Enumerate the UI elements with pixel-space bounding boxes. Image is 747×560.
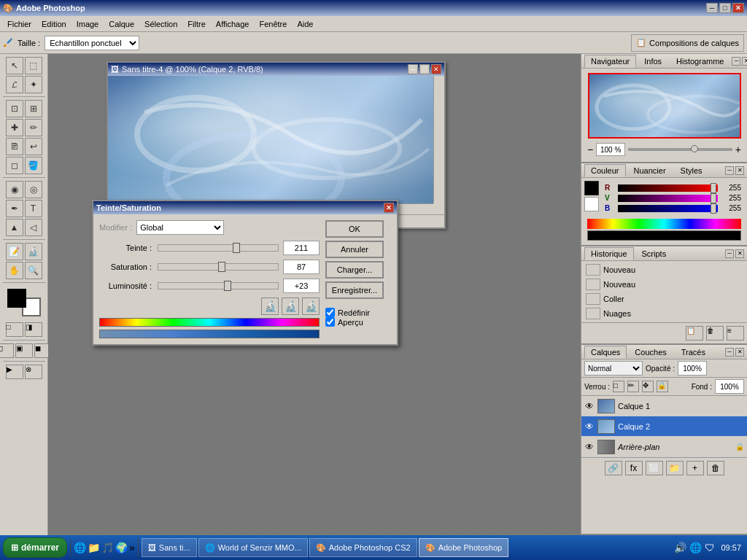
- select-path[interactable]: ◁: [25, 219, 42, 236]
- menu-aide[interactable]: Aide: [293, 18, 317, 30]
- saturation-input[interactable]: [283, 260, 320, 274]
- foreground-color-swatch[interactable]: [7, 289, 26, 308]
- blend-mode-select[interactable]: Normal: [584, 361, 643, 376]
- hist-delete-btn[interactable]: 🗑: [706, 326, 724, 341]
- lock-transparent-btn[interactable]: □: [613, 381, 624, 392]
- maximize-button[interactable]: □: [719, 3, 731, 13]
- tab-navigateur[interactable]: Navigateur: [584, 55, 636, 68]
- color-spectrum[interactable]: [587, 219, 741, 229]
- lock-all-btn[interactable]: 🔒: [657, 381, 668, 392]
- hist-menu-btn[interactable]: ≡: [727, 326, 744, 341]
- doc-scrollbar-vertical[interactable]: [433, 76, 444, 203]
- brush-tool[interactable]: ✏: [25, 119, 42, 136]
- lasso-tool[interactable]: 𝓛: [6, 76, 23, 93]
- screen-btn-2[interactable]: ▣: [15, 343, 33, 358]
- doc-close-btn[interactable]: ✕: [431, 64, 441, 74]
- tab-historique[interactable]: Historique: [584, 247, 634, 260]
- eraser-tool[interactable]: ◻: [6, 157, 23, 174]
- eyedropper-tool[interactable]: 🔬: [25, 243, 42, 260]
- media-icon[interactable]: 🎵: [101, 542, 114, 553]
- menu-fenetre[interactable]: Fenêtre: [255, 18, 291, 30]
- hist-new-btn[interactable]: 📋: [686, 326, 703, 341]
- quick-mask-btn[interactable]: ◨: [25, 322, 42, 337]
- saturation-thumb[interactable]: [218, 262, 225, 272]
- taskbar-item-2[interactable]: 🎨 Adobe Photoshop CS2: [309, 538, 417, 557]
- eyedropper-btn-1[interactable]: 🔬: [261, 298, 279, 315]
- luminosite-thumb[interactable]: [224, 281, 231, 291]
- tab-calques[interactable]: Calques: [584, 346, 627, 359]
- opacity-input[interactable]: [678, 361, 707, 376]
- layer-arriere-plan[interactable]: 👁 Arrière-plan 🔒: [581, 437, 747, 457]
- red-slider[interactable]: [618, 184, 718, 192]
- nav-zoom-plus[interactable]: +: [735, 144, 741, 155]
- luminosite-slider[interactable]: [158, 282, 279, 289]
- menu-calque[interactable]: Calque: [104, 18, 139, 30]
- menu-image[interactable]: Image: [72, 18, 104, 30]
- layer-vis-calque2[interactable]: 👁: [584, 421, 595, 432]
- pen-tool[interactable]: ✒: [6, 200, 23, 217]
- sample-dropdown[interactable]: Echantillon ponctuel: [44, 36, 139, 50]
- heal-tool[interactable]: ✚: [6, 119, 23, 136]
- taskbar-item-0[interactable]: 🖼 Sans ti...: [142, 538, 197, 557]
- calques-link-btn[interactable]: 🔗: [605, 461, 622, 475]
- historique-panel-close[interactable]: ✕: [735, 249, 744, 258]
- start-button[interactable]: ⊞ démarrer: [3, 537, 67, 558]
- tab-infos[interactable]: Infos: [638, 55, 668, 68]
- couleur-bg-swatch[interactable]: [584, 197, 599, 211]
- menu-fichier[interactable]: Fichier: [3, 18, 36, 30]
- cs2-btn[interactable]: ⊗: [25, 365, 42, 379]
- nav-zoom-minus[interactable]: −: [587, 144, 593, 155]
- modifier-select[interactable]: Global: [136, 220, 224, 235]
- couleur-fg-swatch[interactable]: [584, 181, 599, 195]
- historique-panel-minimize[interactable]: ─: [725, 249, 734, 258]
- hist-item-3[interactable]: Nuages: [583, 306, 746, 321]
- doc-maximize-btn[interactable]: □: [419, 64, 430, 74]
- menu-edition[interactable]: Edition: [37, 18, 71, 30]
- hue-sat-close-btn[interactable]: ✕: [384, 203, 394, 213]
- enregistrer-button[interactable]: Enregistrer...: [325, 281, 384, 299]
- zoom-tool[interactable]: 🔍: [25, 262, 42, 279]
- layer-calque1[interactable]: 👁 Calque 1: [581, 396, 747, 416]
- eyedropper-btn-3[interactable]: 🔬: [302, 298, 320, 315]
- crop-tool[interactable]: ⊡: [6, 100, 23, 117]
- teinte-input[interactable]: [283, 241, 320, 255]
- hist-item-2[interactable]: Coller: [583, 292, 746, 306]
- text-tool[interactable]: T: [25, 200, 42, 217]
- compositions-panel-btn[interactable]: 📋 Compositions de calques: [631, 34, 744, 52]
- apercu-checkbox[interactable]: [325, 317, 335, 327]
- menu-filtre[interactable]: Filtre: [183, 18, 209, 30]
- color-ramp[interactable]: [587, 230, 741, 241]
- folder-icon[interactable]: 📁: [88, 542, 100, 553]
- calques-delete-btn[interactable]: 🗑: [707, 461, 724, 475]
- tab-styles[interactable]: Styles: [674, 164, 709, 177]
- calques-mask-btn[interactable]: ⬜: [646, 461, 663, 475]
- standard-mode-btn[interactable]: □: [6, 322, 23, 337]
- lock-move-btn[interactable]: ✥: [642, 381, 654, 392]
- notes-tool[interactable]: 📝: [6, 243, 23, 260]
- menu-selection[interactable]: Sélection: [140, 18, 182, 30]
- arrow-icon[interactable]: »: [129, 542, 135, 553]
- calques-panel-minimize[interactable]: ─: [725, 348, 734, 357]
- teinte-thumb[interactable]: [233, 243, 240, 253]
- tray-icon-1[interactable]: 🔊: [674, 542, 686, 553]
- tray-icon-3[interactable]: 🛡: [705, 542, 715, 553]
- shape-tool[interactable]: ▲: [6, 219, 23, 236]
- calques-new-btn[interactable]: +: [686, 461, 704, 475]
- nav-zoom-input[interactable]: [596, 143, 625, 156]
- hist-item-0[interactable]: Nouveau: [583, 262, 746, 277]
- blur-tool[interactable]: ◉: [6, 181, 23, 198]
- taskbar-item-3[interactable]: 🎨 Adobe Photoshop: [419, 538, 508, 557]
- green-slider[interactable]: [618, 195, 718, 202]
- hist-item-1[interactable]: Nouveau: [583, 277, 746, 292]
- close-button[interactable]: ✕: [732, 3, 744, 13]
- layer-vis-calque1[interactable]: 👁: [584, 401, 595, 411]
- jump-to-btn[interactable]: ▶: [6, 365, 23, 379]
- hand-tool[interactable]: ✋: [6, 262, 23, 279]
- ie-icon[interactable]: 🌐: [74, 542, 86, 553]
- history-brush[interactable]: ↩: [25, 138, 42, 155]
- tab-couches[interactable]: Couches: [628, 346, 673, 359]
- tray-icon-2[interactable]: 🌐: [689, 542, 702, 553]
- nav-zoom-slider[interactable]: [628, 148, 732, 151]
- stamp-tool[interactable]: 🖹: [6, 138, 23, 155]
- ok-button[interactable]: OK: [325, 220, 384, 238]
